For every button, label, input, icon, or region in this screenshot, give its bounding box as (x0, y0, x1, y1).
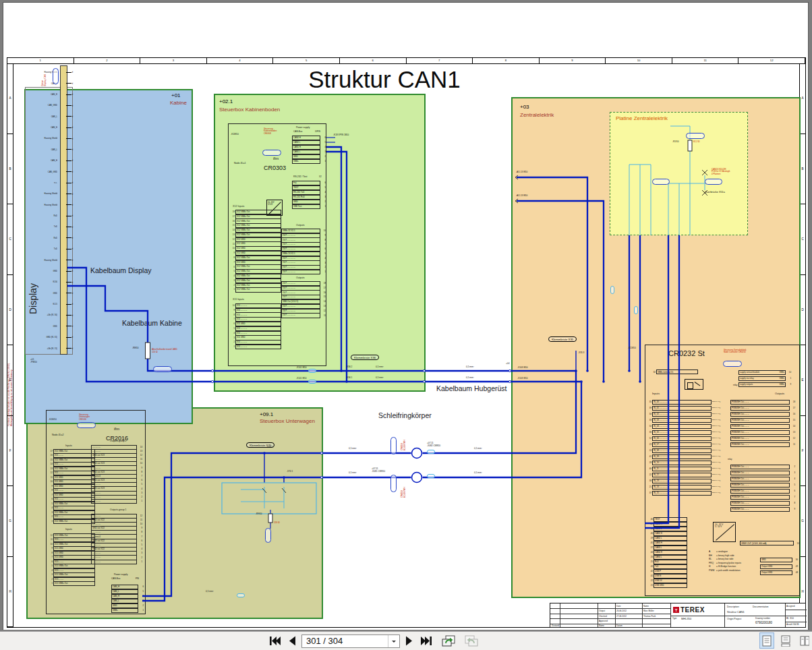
micro-label: -X101 8f10 (296, 367, 307, 370)
micro-label: Abschlußwiderstand CAN1 120 Ω (152, 349, 177, 353)
tb-type-value: MHL350 (681, 617, 691, 620)
terex-logo-icon: T (673, 607, 679, 613)
pdf-viewer: { "viewer": { "toolbar": { "page_indicat… (0, 0, 812, 650)
tb-bottom-datum: Datum (616, 624, 622, 627)
tb-type-label: Type (672, 617, 677, 620)
micro-label: +04 (506, 363, 509, 365)
micro-label: 0,5 mm² (349, 448, 357, 450)
tb-row1-date: 26.06.2012 (616, 610, 627, 612)
facing-view-button[interactable] (797, 632, 812, 649)
micro-label: CW810 0,5 BK/WH (401, 440, 406, 450)
continuous-view-icon (781, 635, 790, 647)
tb-row1-label: Output (599, 610, 605, 612)
continuous-view-button[interactable] (778, 632, 793, 649)
terex-logo-text: TEREX (680, 606, 705, 614)
caret-down-icon (392, 641, 396, 645)
page-number-box[interactable]: 301 / 304 (301, 634, 400, 648)
reference-pill (723, 361, 742, 367)
micro-label: 0,5 mm² (376, 377, 384, 380)
tb-assigned-label: Assigned (786, 605, 794, 608)
facing-view-icon (800, 635, 809, 647)
micro-label: -R1f10 (672, 141, 679, 144)
title-block: Date Name Output 26.06.2012 Marc Müller … (550, 603, 806, 628)
micro-label: 0,5 mm² (474, 448, 482, 450)
micro-label: -X101 8f10 (296, 378, 307, 380)
reference-pill (262, 150, 281, 156)
page-navigation: 301 / 304 (267, 633, 482, 649)
reference-pill (610, 286, 614, 294)
micro-label: -X36 2 (346, 366, 352, 369)
next-page-button[interactable] (404, 635, 415, 647)
page-indicator[interactable]: 301 / 304 (306, 636, 343, 646)
reference-pill (390, 437, 397, 454)
micro-label: -R9f10 (256, 513, 262, 516)
previous-view-button[interactable] (438, 633, 458, 649)
micro-label: 0,5 mm² (349, 472, 357, 475)
micro-label: -R8f10 (132, 347, 139, 350)
micro-label: 0,5 mm² (474, 472, 482, 475)
reference-pill (77, 422, 96, 428)
micro-label: -X103 8f10 (517, 378, 528, 380)
next-view-button[interactable] (462, 633, 482, 649)
reference-pill (308, 369, 316, 373)
tb-sheet: Bl. 310 (786, 617, 794, 620)
micro-label: 0,5 mm² (466, 366, 474, 369)
page-view-modes (759, 632, 812, 649)
reference-pill (427, 474, 435, 478)
micro-label: -X103 8f10 (517, 367, 528, 370)
next-view-icon (463, 634, 480, 648)
tb-sheet-count: Anzahl 304 Bl. (786, 623, 799, 626)
last-page-icon (420, 636, 433, 646)
tb-row2-label: Checked (599, 615, 607, 618)
reference-pill (265, 528, 271, 543)
micro-label: +07.11 -X082 CW810 (427, 442, 440, 447)
tb-row2-name: Thomas Funk (643, 615, 656, 618)
micro-label: Option Display CAN (42, 74, 47, 86)
micro-annotations: -K18 XPIN 1B10+04-X103 8f10-X103 8f10-X1… (3, 3, 808, 630)
micro-label: -X35 3 (578, 352, 584, 355)
reference-pill (652, 179, 670, 185)
micro-label: 120 Ω (274, 522, 280, 525)
reference-pill (237, 593, 245, 597)
previous-page-icon (288, 636, 296, 646)
tb-date-header: Date (616, 605, 620, 608)
micro-label: -X70 2 (266, 446, 272, 449)
single-page-view-icon (762, 635, 772, 647)
micro-label: 0,5 mm² (206, 591, 214, 593)
tb-drawing-number-label: Drawing number (755, 617, 770, 620)
first-page-icon (268, 636, 281, 646)
page-dropdown-arrow[interactable] (388, 635, 399, 647)
reference-pill (634, 306, 638, 314)
tb-bottom-name: Name (599, 624, 604, 627)
micro-label: +07.11 -X081 CW810 (372, 468, 385, 473)
previous-page-button[interactable] (287, 635, 297, 647)
first-page-button[interactable] (267, 635, 283, 647)
tb-drawing-number: 6790200180 (755, 621, 772, 624)
pdf-toolbar: 301 / 304 (0, 631, 812, 650)
micro-label: -X36 1 (346, 377, 352, 380)
tb-subject: Struktur CAN1 (727, 610, 745, 614)
single-page-view-button[interactable] (759, 632, 774, 649)
reference-pill (53, 68, 59, 84)
previous-view-icon (440, 634, 457, 648)
tb-origin-label: Origin Project (727, 618, 741, 620)
micro-label: -X70 1 (287, 471, 293, 473)
micro-label: -K18f10 (231, 134, 239, 136)
tb-row2-date: 27.06.2012 (616, 615, 627, 618)
tb-desc-label: Description: (727, 605, 739, 608)
terex-logo: T TEREX (673, 606, 705, 614)
reference-pill (390, 475, 397, 492)
micro-label: -K18 XPIN 1B10 (333, 134, 349, 137)
micro-label: CAN2/4 KDU2H PCB für I/O Analogik 4 Plat… (712, 169, 730, 175)
tb-row1-name: Marc Müller (643, 610, 654, 612)
tb-name-header: Name (643, 605, 649, 608)
reference-pill (686, 133, 705, 139)
reference-pill (153, 366, 172, 372)
tb-desc-value: Documentation (753, 605, 769, 608)
reference-pill (308, 380, 316, 384)
last-page-button[interactable] (419, 635, 434, 647)
micro-label: -A/1.13 8f10 (516, 195, 527, 198)
micro-label: -K26f10 (49, 419, 57, 421)
reference-pill (705, 179, 722, 185)
micro-label: 62,2 Ω (693, 141, 699, 144)
